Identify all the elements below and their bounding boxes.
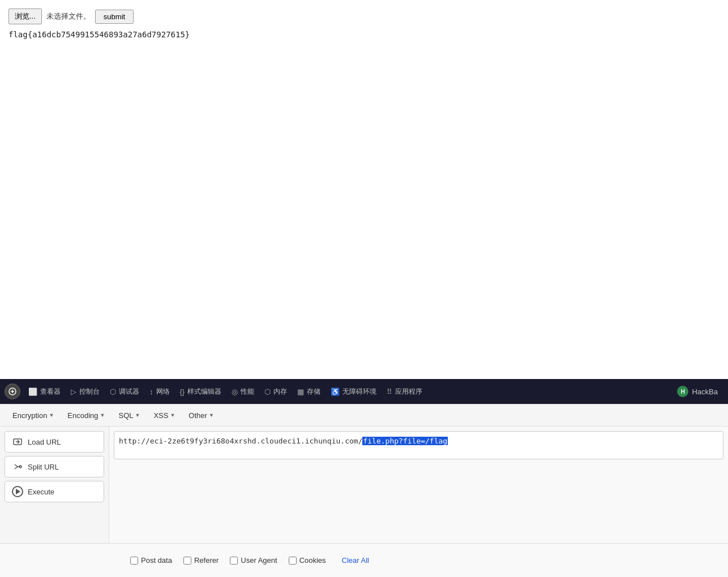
debugger-icon: ⬡ — [110, 387, 116, 396]
cookies-checkbox-item[interactable]: Cookies — [289, 556, 326, 565]
other-dropdown[interactable]: Other ▼ — [183, 409, 219, 422]
encoding-chevron-icon: ▼ — [100, 412, 105, 418]
hackbar-icon: H — [677, 386, 688, 397]
apps-icon: ⠿ — [387, 387, 392, 396]
execute-button[interactable]: Execute — [5, 481, 104, 502]
hackbar-bottom: Post data Referer User Agent Cookies Cle… — [0, 543, 728, 577]
inspector-icon: ⬜ — [28, 387, 37, 396]
tab-performance[interactable]: ◎ 性能 — [227, 385, 259, 399]
console-icon: ▷ — [71, 387, 76, 396]
browse-button[interactable]: 浏览... — [8, 8, 42, 24]
tab-apps[interactable]: ⠿ 应用程序 — [382, 385, 427, 399]
tab-network[interactable]: ↕ 网络 — [145, 385, 174, 399]
style-editor-icon: {} — [180, 387, 185, 396]
user-agent-checkbox-item[interactable]: User Agent — [230, 556, 277, 565]
network-icon: ↕ — [149, 387, 153, 396]
devtools-bar: ⬜ 查看器 ▷ 控制台 ⬡ 调试器 ↕ 网络 {} 样式编辑器 ◎ 性能 ⬡ 内… — [0, 379, 728, 404]
flag-display: flag{a16dcb7549915546893a27a6d7927615} — [8, 30, 720, 39]
memory-icon: ⬡ — [264, 387, 271, 396]
clear-all-button[interactable]: Clear All — [337, 554, 374, 567]
url-highlighted: file.php?file=/flag — [362, 437, 448, 445]
load-url-icon — [12, 436, 23, 447]
encryption-chevron-icon: ▼ — [49, 412, 54, 418]
url-base: http://eci-2ze6t9fy3ri68o4xrshd.cloudeci… — [119, 437, 362, 445]
tab-accessibility[interactable]: ♿ 无障碍环境 — [326, 385, 381, 399]
xss-dropdown[interactable]: XSS ▼ — [148, 409, 181, 422]
accessibility-icon: ♿ — [331, 387, 340, 396]
hackbar-toolbar: Encryption ▼ Encoding ▼ SQL ▼ XSS ▼ Othe… — [0, 404, 728, 427]
execute-icon — [12, 486, 23, 497]
file-label: 未选择文件。 — [46, 11, 91, 21]
split-url-button[interactable]: Split URL — [5, 456, 104, 477]
xss-chevron-icon: ▼ — [170, 412, 175, 418]
post-data-checkbox[interactable] — [130, 557, 138, 565]
other-chevron-icon: ▼ — [209, 412, 214, 418]
sql-chevron-icon: ▼ — [135, 412, 140, 418]
split-url-icon — [12, 461, 23, 472]
file-input-row: 浏览... 未选择文件。 submit — [8, 8, 720, 24]
user-agent-checkbox[interactable] — [230, 557, 238, 565]
devtools-logo — [5, 384, 20, 399]
tab-inspector[interactable]: ⬜ 查看器 — [24, 385, 65, 399]
url-display[interactable]: http://eci-2ze6t9fy3ri68o4xrshd.cloudeci… — [114, 431, 723, 459]
tab-memory[interactable]: ⬡ 内存 — [260, 385, 292, 399]
cookies-checkbox[interactable] — [289, 557, 297, 565]
sql-dropdown[interactable]: SQL ▼ — [113, 409, 145, 422]
storage-icon: ▦ — [297, 387, 304, 396]
submit-button[interactable]: submit — [95, 10, 134, 24]
tab-console[interactable]: ▷ 控制台 — [66, 385, 104, 399]
encoding-dropdown[interactable]: Encoding ▼ — [62, 409, 110, 422]
browser-content: 浏览... 未选择文件。 submit flag{a16dcb754991554… — [0, 0, 728, 379]
referer-checkbox[interactable] — [183, 557, 191, 565]
load-url-button[interactable]: Load URL — [5, 431, 104, 453]
tab-storage[interactable]: ▦ 存储 — [293, 385, 325, 399]
encryption-dropdown[interactable]: Encryption ▼ — [7, 409, 59, 422]
tab-style-editor[interactable]: {} 样式编辑器 — [175, 385, 226, 399]
post-data-checkbox-item[interactable]: Post data — [130, 556, 172, 565]
hackbar-button[interactable]: H HackBa — [671, 384, 723, 399]
referer-checkbox-item[interactable]: Referer — [183, 556, 219, 565]
tab-debugger[interactable]: ⬡ 调试器 — [105, 385, 144, 399]
performance-icon: ◎ — [232, 387, 238, 396]
